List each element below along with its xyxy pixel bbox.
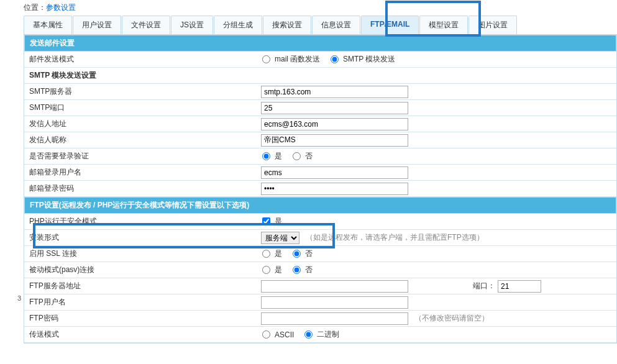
radio-no-label: 否 (305, 151, 313, 162)
tab-image[interactable]: 图片设置 (468, 16, 517, 34)
radio-pasv-yes[interactable] (262, 266, 270, 274)
radio-smtp[interactable] (331, 55, 339, 63)
radio-smtp-label: SMTP 模块发送 (343, 54, 395, 65)
smtp-server-input[interactable] (261, 86, 408, 98)
radio-mail-func[interactable] (262, 55, 270, 63)
mail-user-input[interactable] (261, 166, 408, 179)
php-safe-label: PHP运行于安全模式 (24, 214, 257, 229)
ssl-label: 启用 SSL 连接 (24, 246, 257, 262)
ftp-pass-input[interactable] (261, 312, 408, 325)
trans-mode-label: 传送模式 (24, 327, 257, 342)
checkbox-php-safe[interactable] (262, 217, 270, 225)
tab-user[interactable]: 用户设置 (73, 16, 121, 34)
radio-binary[interactable] (304, 330, 313, 339)
mail-pass-input[interactable] (261, 183, 408, 195)
from-addr-label: 发信人地址 (24, 116, 257, 132)
from-addr-input[interactable] (261, 118, 408, 130)
radio-ssl-yes[interactable] (262, 250, 270, 258)
tabs-bar: 基本属性 用户设置 文件设置 JS设置 分组生成 搜索设置 信息设置 FTP/E… (24, 16, 617, 35)
from-nick-label: 发信人昵称 (24, 132, 257, 148)
mail-pass-label: 邮箱登录密码 (24, 181, 257, 196)
install-type-hint: （如是远程发布，请选客户端，并且需配置FTP选项） (306, 232, 484, 243)
tab-group[interactable]: 分组生成 (214, 16, 262, 34)
tab-ftp-email[interactable]: FTP/EMAIL (361, 16, 419, 34)
radio-ascii[interactable] (262, 330, 270, 339)
radio-pasv-no[interactable] (293, 266, 301, 274)
tab-js[interactable]: JS设置 (171, 16, 213, 34)
smtp-group-label: SMTP 模块发送设置 (24, 68, 257, 83)
tab-search[interactable]: 搜索设置 (263, 16, 311, 34)
checkbox-php-safe-label: 是 (275, 216, 282, 227)
smtp-server-label: SMTP服务器 (24, 84, 257, 99)
ftp-section-header: FTP设置(远程发布 / PHP运行于安全模式等情况下需设置以下选项) (24, 197, 616, 214)
ftp-addr-label: FTP服务器地址 (24, 278, 257, 294)
ftp-pass-label: FTP密码 (24, 311, 257, 326)
tab-model[interactable]: 模型设置 (419, 16, 468, 34)
ftp-addr-input[interactable] (261, 280, 408, 293)
ftp-pass-hint: （不修改密码请留空） (414, 313, 489, 324)
page-number: 3 (17, 294, 21, 302)
location-label: 位置： (24, 3, 46, 12)
breadcrumb: 位置：参数设置 (24, 1, 617, 13)
smtp-port-label: SMTP端口 (24, 100, 257, 116)
radio-mail-func-label: mail 函数发送 (275, 54, 320, 65)
radio-need-login-no[interactable] (293, 152, 301, 160)
tab-file[interactable]: 文件设置 (122, 16, 170, 34)
radio-yes-label: 是 (275, 151, 282, 162)
mail-user-label: 邮箱登录用户名 (24, 165, 257, 180)
tab-info[interactable]: 信息设置 (312, 16, 360, 34)
pasv-label: 被动模式(pasv)连接 (24, 262, 257, 278)
content: 发送邮件设置 邮件发送模式 mail 函数发送 SMTP 模块发送 SMTP 模… (24, 35, 617, 344)
ftp-user-label: FTP用户名 (24, 294, 257, 310)
need-login-label: 是否需要登录验证 (24, 148, 257, 164)
tab-basic[interactable]: 基本属性 (24, 16, 72, 34)
install-type-select[interactable]: 服务端 (261, 232, 299, 244)
ftp-user-input[interactable] (261, 296, 408, 309)
ftp-port-input[interactable] (498, 280, 541, 293)
radio-need-login-yes[interactable] (262, 152, 270, 160)
location-link[interactable]: 参数设置 (46, 3, 76, 12)
mail-section-header: 发送邮件设置 (24, 35, 616, 52)
smtp-port-input[interactable] (261, 102, 408, 114)
port-label: 端口： (473, 281, 495, 291)
radio-ssl-no[interactable] (293, 250, 301, 258)
from-nick-input[interactable] (261, 134, 408, 147)
install-type-label: 安装形式 (24, 230, 257, 245)
send-mode-label: 邮件发送模式 (24, 52, 257, 67)
